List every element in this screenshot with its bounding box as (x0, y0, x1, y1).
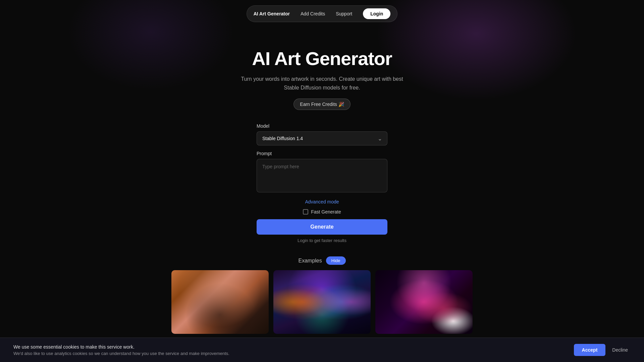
nav-link-add-credits[interactable]: Add Credits (301, 11, 325, 16)
fast-generate-label: Fast Generate (311, 209, 341, 215)
prompt-input[interactable] (257, 159, 387, 192)
examples-label: Examples (299, 258, 322, 264)
page-title: AI Art Generator (252, 48, 392, 69)
cookie-banner: We use some essential cookies to make th… (0, 338, 644, 362)
page-subtitle: Turn your words into artwork in seconds.… (238, 75, 406, 92)
examples-grid (171, 270, 473, 334)
fast-generate-checkbox[interactable] (303, 209, 308, 215)
decline-cookies-button[interactable]: Decline (609, 344, 631, 356)
cookie-description: We'd also like to use analytics cookies … (13, 351, 574, 356)
examples-header: Examples Hide (299, 256, 346, 265)
prompt-group: Prompt (257, 151, 387, 194)
generator-form: Model Stable Diffusion 1.4 Stable Diffus… (257, 123, 387, 253)
example-image-2[interactable] (273, 270, 371, 334)
model-select[interactable]: Stable Diffusion 1.4 Stable Diffusion 2.… (257, 131, 387, 145)
nav-link-support[interactable]: Support (336, 11, 352, 16)
generate-button[interactable]: Generate (257, 219, 387, 235)
model-select-wrapper: Stable Diffusion 1.4 Stable Diffusion 2.… (257, 131, 387, 145)
advanced-mode-link[interactable]: Advanced mode (257, 199, 387, 204)
main-content: AI Art Generator Turn your words into ar… (0, 27, 644, 253)
prompt-label: Prompt (257, 151, 387, 156)
fast-generate-row: Fast Generate (257, 209, 387, 215)
model-label: Model (257, 123, 387, 129)
hide-examples-button[interactable]: Hide (326, 256, 346, 265)
model-group: Model Stable Diffusion 1.4 Stable Diffus… (257, 123, 387, 145)
example-image-3[interactable] (375, 270, 473, 334)
earn-credits-button[interactable]: Earn Free Credits 🎉 (293, 99, 350, 110)
examples-section: Examples Hide (0, 256, 644, 334)
accept-cookies-button[interactable]: Accept (574, 344, 606, 356)
cookie-title: We use some essential cookies to make th… (13, 344, 574, 350)
cookie-text: We use some essential cookies to make th… (13, 344, 574, 356)
nav-link-ai-art-generator[interactable]: AI Art Generator (254, 11, 290, 16)
navbar: AI Art Generator Add Credits Support Log… (0, 0, 644, 27)
cookie-buttons: Accept Decline (574, 344, 631, 356)
example-image-1[interactable] (171, 270, 269, 334)
login-hint: Login to get faster results (257, 238, 387, 243)
nav-links-container: AI Art Generator Add Credits Support Log… (247, 5, 398, 22)
login-button[interactable]: Login (363, 8, 390, 19)
